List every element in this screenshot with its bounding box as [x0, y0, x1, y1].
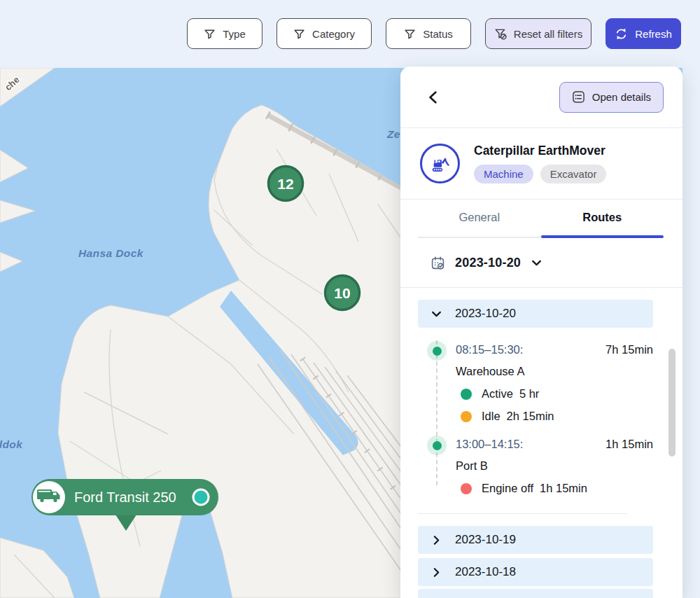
panel-tabs: General Routes	[418, 200, 664, 238]
filter-status-label: Status	[423, 28, 453, 40]
cluster-marker-10[interactable]: 10	[326, 276, 360, 310]
stop-location: Port B	[456, 459, 653, 473]
status-row: Active 5 hr	[461, 387, 653, 401]
chevron-right-icon	[430, 566, 442, 578]
vehicle-summary: Caterpillar EarthMover Machine Excavator	[400, 128, 682, 199]
route-stop: 08:15–15:30: 7h 15min Warehouse A Active…	[456, 343, 653, 423]
scrollbar-thumb[interactable]	[668, 349, 676, 457]
funnel-off-icon	[494, 27, 507, 40]
cluster-marker-12[interactable]: 12	[269, 167, 303, 201]
svg-text:12: 12	[277, 176, 293, 192]
funnel-icon	[204, 28, 216, 40]
vehicle-type-badge: Machine	[474, 165, 533, 183]
day-row-date: 2023-10-19	[455, 533, 516, 547]
back-button[interactable]	[424, 88, 442, 107]
date-selector[interactable]: 2023-10-20	[400, 238, 682, 287]
route-stop: 13:00–14:15: 1h 15min Port B Engine off …	[456, 438, 653, 495]
tab-routes[interactable]: Routes	[541, 200, 664, 238]
filter-type-button[interactable]: Type	[187, 18, 262, 49]
day-row-expanded[interactable]: 2023-10-20	[418, 300, 653, 328]
status-dot-icon	[461, 389, 472, 400]
divider	[418, 513, 627, 514]
stop-location: Warehouse A	[456, 365, 653, 378]
filter-status-button[interactable]: Status	[386, 18, 471, 49]
svg-text:10: 10	[334, 285, 350, 301]
chevron-left-icon	[427, 90, 440, 104]
vehicle-category-badge: Excavator	[540, 165, 607, 183]
map-label-dock: lldok	[0, 438, 23, 450]
status-dot-icon	[461, 411, 472, 422]
list-details-icon	[572, 90, 585, 104]
status-value: 2h 15min	[507, 410, 554, 423]
funnel-icon	[404, 28, 416, 40]
day-row-partial[interactable]	[418, 589, 653, 598]
chevron-right-icon	[430, 534, 442, 546]
vehicle-name: Caterpillar EarthMover	[474, 144, 606, 158]
reset-filters-label: Reset all filters	[514, 28, 582, 40]
details-panel: Open details Caterpillar EarthMover Mach…	[400, 67, 682, 598]
open-details-button[interactable]: Open details	[559, 82, 664, 113]
stop-time: 13:00–14:15:	[456, 438, 523, 451]
status-label: Idle	[482, 410, 500, 423]
stop-time: 08:15–15:30:	[456, 343, 523, 356]
status-row: Engine off 1h 15min	[461, 482, 653, 495]
day-row-collapsed[interactable]: 2023-10-19	[418, 526, 653, 554]
excavator-icon	[430, 153, 451, 174]
calendar-check-icon	[430, 256, 445, 270]
chevron-down-icon	[531, 257, 542, 269]
chevron-down-icon	[430, 308, 442, 320]
filter-category-button[interactable]: Category	[276, 18, 372, 49]
status-value: 5 hr	[519, 387, 539, 401]
map-label-hansa-dock: Hansa Dock	[78, 247, 144, 259]
panel-header: Open details	[400, 67, 682, 127]
vehicle-avatar	[420, 144, 460, 183]
stop-duration: 1h 15min	[606, 438, 653, 451]
day-row-date: 2023-10-18	[455, 565, 516, 579]
vehicle-status-dot	[193, 489, 209, 505]
routes-list: 2023-10-20 08:15–15:30: 7h 15min Warehou…	[400, 288, 682, 598]
tab-general[interactable]: General	[418, 200, 541, 238]
funnel-icon	[293, 28, 305, 40]
day-row-date: 2023-10-20	[455, 307, 516, 321]
filter-category-label: Category	[312, 28, 355, 40]
reset-filters-button[interactable]: Reset all filters	[485, 18, 592, 49]
status-label: Active	[482, 387, 513, 401]
map-label-ze: Ze	[386, 128, 400, 140]
status-value: 1h 15min	[540, 482, 587, 495]
status-row: Idle 2h 15min	[461, 410, 653, 423]
day-row-collapsed[interactable]: 2023-10-18	[418, 558, 653, 586]
route-timeline: 08:15–15:30: 7h 15min Warehouse A Active…	[418, 338, 653, 495]
svg-text:Ford Transit 250: Ford Transit 250	[74, 489, 176, 505]
timeline-dot-icon	[427, 341, 447, 361]
status-dot-icon	[461, 483, 472, 494]
filter-type-label: Type	[223, 28, 246, 40]
refresh-button[interactable]: Refresh	[606, 18, 681, 49]
refresh-label: Refresh	[635, 28, 672, 40]
status-label: Engine off	[482, 482, 533, 495]
refresh-icon	[615, 27, 628, 41]
date-selector-value: 2023-10-20	[455, 256, 521, 270]
open-details-label: Open details	[592, 91, 651, 103]
timeline-dot-icon	[427, 436, 447, 455]
stop-duration: 7h 15min	[606, 343, 653, 356]
